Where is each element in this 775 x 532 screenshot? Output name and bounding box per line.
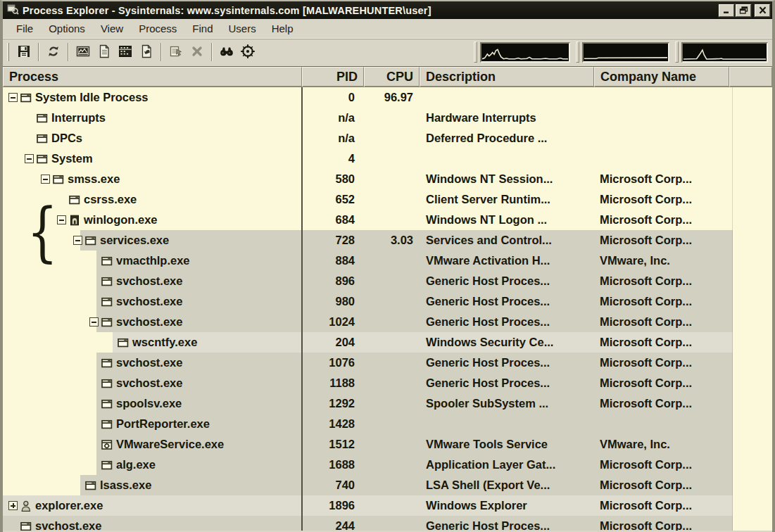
find-handle-dll-button[interactable] <box>216 42 237 63</box>
process-row[interactable]: svchost.exe 980 Generic Host Proces... M… <box>3 291 772 312</box>
process-row[interactable]: svchost.exe 896 Generic Host Proces... M… <box>3 271 772 291</box>
menu-users[interactable]: Users <box>221 20 264 37</box>
process-row[interactable]: VMwareService.exe 1512 VMware Tools Serv… <box>3 434 772 455</box>
process-row[interactable]: winlogon.exe 684 Windows NT Logon ... Mi… <box>3 210 772 230</box>
process-row[interactable]: lsass.exe 740 LSA Shell (Export Ve... Mi… <box>3 475 772 495</box>
column-header-desc[interactable]: Description <box>420 67 594 87</box>
process-name: svchost.exe <box>35 519 101 531</box>
description-cell: Windows Security Ce... <box>420 332 594 353</box>
io-history-graph[interactable] <box>681 42 768 63</box>
commit-history-graph[interactable] <box>582 42 669 63</box>
process-name: PortReporter.exe <box>116 417 210 431</box>
sysinfo-icon <box>75 44 91 61</box>
pid-cell: n/a <box>302 108 364 128</box>
collapse-toggle[interactable] <box>25 154 34 163</box>
process-row[interactable]: DPCs n/a Deferred Procedure ... <box>3 128 772 148</box>
pid-cell: 684 <box>302 210 364 230</box>
cpu-cell <box>364 148 420 169</box>
cpu-cell <box>364 210 420 230</box>
cpu-cell <box>364 516 420 531</box>
process-name: alg.exe <box>116 458 156 471</box>
properties-button[interactable] <box>165 42 187 63</box>
pid-cell: 728 <box>302 230 364 251</box>
pid-cell: 652 <box>302 189 364 210</box>
service-process-icon <box>101 439 114 450</box>
menu-options[interactable]: Options <box>41 20 93 37</box>
process-row[interactable]: System 4 <box>3 148 772 169</box>
expand-toggle[interactable] <box>8 501 18 510</box>
description-cell: Windows NT Session... <box>420 169 594 189</box>
process-row[interactable]: svchost.exe 244 Generic Host Proces... M… <box>3 516 772 531</box>
process-row[interactable]: Interrupts n/a Hardware Interrupts <box>3 108 772 128</box>
show-process-tree-button[interactable] <box>94 42 115 63</box>
toolbar-grip[interactable] <box>7 43 9 61</box>
process-name-cell: alg.exe <box>3 455 302 475</box>
restore-button[interactable] <box>736 4 751 17</box>
menu-process[interactable]: Process <box>131 20 184 37</box>
title-bar[interactable]: Process Explorer - Sysinternals: www.sys… <box>3 1 772 19</box>
process-row[interactable]: svchost.exe 1188 Generic Host Proces... … <box>3 373 772 393</box>
window-process-icon <box>84 480 98 491</box>
window-process-icon <box>68 194 82 205</box>
column-header-process[interactable]: Process <box>3 67 302 87</box>
window-process-icon <box>101 419 114 430</box>
system-information-button[interactable] <box>73 42 94 63</box>
menu-help[interactable]: Help <box>264 20 301 37</box>
company-cell: Microsoft Corp... <box>594 475 735 495</box>
collapse-toggle[interactable] <box>41 175 50 184</box>
process-row[interactable]: spoolsv.exe 1292 Spooler SubSystem ... M… <box>3 393 772 414</box>
description-cell <box>420 414 594 434</box>
process-row[interactable]: explorer.exe 1896 Windows Explorer Micro… <box>3 495 772 516</box>
pid-cell: 896 <box>302 271 364 291</box>
minimize-button[interactable] <box>719 4 734 17</box>
process-row[interactable]: svchost.exe 1024 Generic Host Proces... … <box>3 312 772 332</box>
collapse-toggle[interactable] <box>73 236 82 245</box>
process-name: csrss.exe <box>84 193 137 206</box>
description-cell: VMware Tools Service <box>420 434 594 455</box>
process-name: wscntfy.exe <box>132 336 197 349</box>
graph-grip[interactable] <box>675 42 679 63</box>
menu-view[interactable]: View <box>93 20 131 37</box>
column-header-cpu[interactable]: CPU <box>364 67 420 87</box>
process-row[interactable]: smss.exe 580 Windows NT Session... Micro… <box>3 169 772 189</box>
cpu-cell <box>364 353 420 373</box>
view-handles-button[interactable] <box>115 42 136 63</box>
process-name: VMwareService.exe <box>116 438 224 451</box>
save-icon <box>16 44 32 61</box>
process-row[interactable]: csrss.exe 652 Client Server Runtim... Mi… <box>3 189 772 210</box>
save-button[interactable] <box>13 42 34 63</box>
find-window-process-button[interactable] <box>237 42 258 63</box>
column-header-company[interactable]: Company Name <box>594 67 729 87</box>
collapse-toggle[interactable] <box>89 317 99 327</box>
props-icon <box>168 44 184 61</box>
process-name-cell: lsass.exe <box>3 475 302 495</box>
process-row[interactable]: alg.exe 1688 Application Layer Gat... Mi… <box>3 455 772 475</box>
graph-grip[interactable] <box>474 42 477 63</box>
process-row[interactable]: services.exe 728 3.03 Services and Contr… <box>3 230 772 251</box>
column-grid-line <box>301 87 303 531</box>
refresh-button[interactable] <box>43 42 64 63</box>
column-header-spacer[interactable] <box>729 67 772 87</box>
collapse-toggle[interactable] <box>8 93 18 102</box>
cpu-usage-history-graph[interactable] <box>480 42 570 63</box>
view-dlls-button[interactable] <box>136 42 157 63</box>
process-row[interactable]: vmacthlp.exe 884 VMware Activation H... … <box>3 251 772 271</box>
column-header-pid[interactable]: PID <box>302 67 364 87</box>
process-name: DPCs <box>51 132 82 145</box>
description-cell <box>420 148 594 169</box>
process-row[interactable]: System Idle Process 0 96.97 <box>3 87 772 108</box>
close-button[interactable] <box>755 4 770 17</box>
description-cell <box>420 87 594 108</box>
process-row[interactable]: wscntfy.exe 204 Windows Security Ce... M… <box>3 332 772 353</box>
collapse-toggle[interactable] <box>57 215 66 224</box>
company-cell: Microsoft Corp... <box>594 332 735 353</box>
menu-file[interactable]: File <box>8 20 41 37</box>
process-row[interactable]: PortReporter.exe 1428 <box>3 414 772 434</box>
graph-grip[interactable] <box>576 42 579 63</box>
menu-find[interactable]: Find <box>184 20 220 37</box>
process-name-cell: svchost.exe <box>3 373 302 393</box>
pid-cell: 1076 <box>302 353 364 373</box>
process-row[interactable]: svchost.exe 1076 Generic Host Proces... … <box>3 353 772 373</box>
kill-process-button[interactable] <box>187 42 208 63</box>
process-name: svchost.exe <box>116 295 182 308</box>
